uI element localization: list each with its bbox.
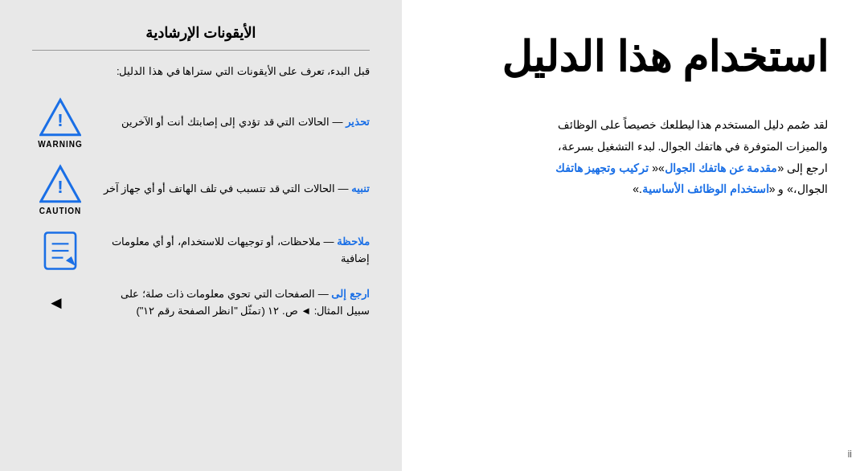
caution-icon-box: ! CAUTION [32, 163, 88, 215]
svg-text:!: ! [57, 110, 63, 130]
body-line3-mid: »« [649, 162, 664, 174]
left-intro: قبل البدء، تعرف على الأيقونات التي ستراه… [32, 63, 370, 80]
arrow-connector: — [318, 288, 329, 300]
warning-connector: — [332, 116, 342, 128]
caution-row: تنبيه — الحالات التي قد تتسبب في تلف اله… [32, 163, 370, 215]
left-panel: الأيقونات الإرشادية قبل البدء، تعرف على … [0, 0, 402, 471]
body-line3-link2: تركيب وتجهيز هاتفك [555, 162, 649, 174]
warning-description: الحالات التي قد تؤدي إلى إصابتك أنت أو ا… [121, 116, 330, 128]
arrow-icon-box: ◄ [32, 293, 88, 313]
left-divider [32, 50, 370, 51]
warning-label: تحذير [346, 116, 370, 128]
note-text: ملاحظة — ملاحظات، أو توجيهات للاستخدام، … [96, 234, 370, 268]
note-icon [39, 230, 81, 272]
main-title: استخدام هذا الدليل [434, 32, 828, 82]
svg-text:!: ! [57, 177, 63, 197]
note-row: ملاحظة — ملاحظات، أو توجيهات للاستخدام، … [32, 230, 370, 272]
left-title: الأيقونات الإرشادية [32, 24, 370, 42]
body-line3-link1: مقدمة عن هاتفك الجوال [665, 162, 778, 174]
arrow-row: ارجع إلى — الصفحات التي تحوي معلومات ذات… [32, 286, 370, 320]
body-line3-pre: ارجع إلى « [777, 162, 828, 174]
main-body: لقد صُمم دليل المستخدم هذا ليطلعك خصيصاً… [434, 114, 828, 199]
warning-text: تحذير — الحالات التي قد تؤدي إلى إصابتك … [96, 114, 370, 131]
warning-row: تحذير — الحالات التي قد تؤدي إلى إصابتك … [32, 96, 370, 149]
caution-connector: — [338, 182, 348, 195]
right-panel: استخدام هذا الدليل لقد صُمم دليل المستخد… [402, 0, 868, 471]
warning-icon-label: WARNING [38, 140, 82, 149]
body-line2: والميزات المتوفرة في هاتفك الجوال. لبدء … [558, 140, 828, 153]
arrow-label: ارجع إلى [331, 288, 370, 300]
caution-label: تنبيه [351, 182, 370, 195]
body-line4-link: استخدام الوظائف الأساسية [642, 182, 769, 195]
body-line1: لقد صُمم دليل المستخدم هذا ليطلعك خصيصاً… [558, 118, 828, 131]
warning-icon-box: ! WARNING [32, 96, 88, 149]
body-line4-pre: الجوال [797, 182, 828, 195]
caution-icon: ! [39, 163, 81, 205]
arrow-icon: ◄ [47, 293, 65, 313]
caution-icon-label: CAUTION [39, 207, 82, 215]
caution-text: تنبيه — الحالات التي قد تتسبب في تلف اله… [96, 181, 370, 198]
note-label: ملاحظة [337, 236, 370, 248]
page-number-right: ii [848, 448, 852, 460]
warning-icon: ! [39, 96, 81, 138]
arrow-text: ارجع إلى — الصفحات التي تحوي معلومات ذات… [96, 286, 370, 320]
caution-description: الحالات التي قد تتسبب في تلف الهاتف أو أ… [104, 182, 335, 195]
note-icon-box [32, 230, 88, 272]
body-line4-mid: ،» و « [769, 182, 797, 195]
note-connector: — [323, 236, 334, 248]
body-line4-post: .» [633, 182, 642, 195]
